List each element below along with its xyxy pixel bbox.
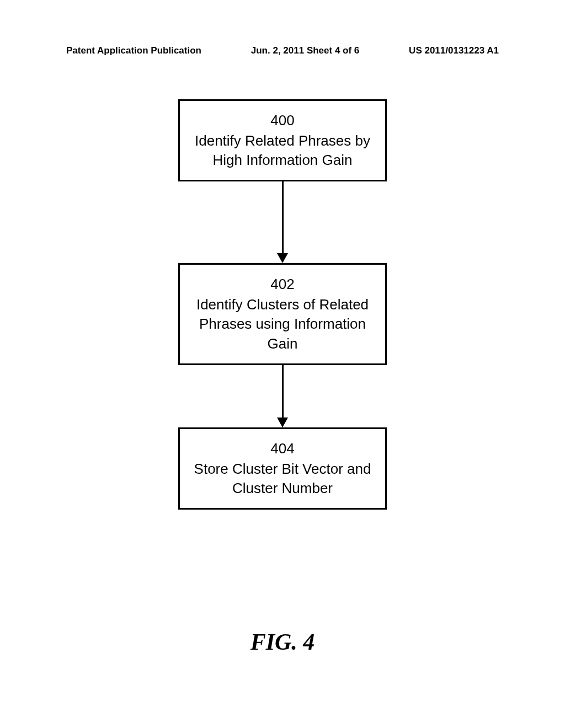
box-number: 404 — [191, 439, 374, 458]
box-text: Identify Related Phrases by High Informa… — [195, 132, 370, 168]
header-publication-type: Patent Application Publication — [66, 45, 201, 56]
flowchart-box-404: 404 Store Cluster Bit Vector and Cluster… — [178, 427, 387, 510]
flowchart-box-402: 402 Identify Clusters of Related Phrases… — [178, 263, 387, 365]
box-number: 402 — [191, 275, 374, 294]
arrow-down-icon — [277, 181, 288, 263]
box-text: Identify Clusters of Related Phrases usi… — [196, 296, 369, 351]
flowchart-box-400: 400 Identify Related Phrases by High Inf… — [178, 99, 387, 181]
header-publication-number: US 2011/0131223 A1 — [409, 45, 499, 56]
header-date-sheet: Jun. 2, 2011 Sheet 4 of 6 — [251, 45, 360, 56]
flowchart: 400 Identify Related Phrases by High Inf… — [0, 99, 565, 510]
arrow-down-icon — [277, 365, 288, 427]
box-text: Store Cluster Bit Vector and Cluster Num… — [194, 461, 371, 496]
page-header: Patent Application Publication Jun. 2, 2… — [0, 45, 565, 56]
figure-caption: FIG. 4 — [0, 629, 565, 655]
box-number: 400 — [191, 111, 374, 130]
